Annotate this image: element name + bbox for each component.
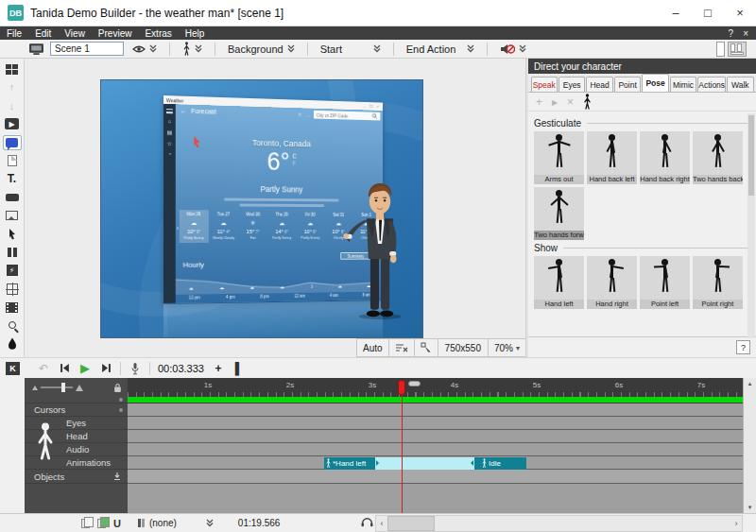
pan-mode-button[interactable] [415,339,438,356]
idle-clip[interactable]: Idle [474,457,526,470]
maximize-button[interactable]: □ [692,0,724,26]
skip-end-button[interactable] [99,363,112,373]
zoom-select[interactable]: 70%▾ [489,339,525,356]
character-tab[interactable]: Head [586,77,612,92]
end-action-button[interactable]: End Action [404,43,477,56]
track-dot[interactable] [119,408,123,412]
track-label-objects[interactable]: Objects [25,470,128,484]
transition-tool[interactable] [3,245,22,260]
timeline-hscrollbar[interactable]: ‹ › [375,515,743,532]
play-tool[interactable]: ▶ [3,116,22,131]
add-marker-button[interactable]: + [212,362,225,375]
zoom-slider-thumb[interactable] [61,383,65,392]
menu-help-icon[interactable]: ? [729,28,734,39]
pose-thumbnail[interactable]: Hand left [534,256,584,309]
clear-annotations-button[interactable] [389,339,414,356]
headphones-icon[interactable] [361,517,373,527]
cursors-track[interactable] [128,403,743,417]
playhead-marker[interactable] [398,380,405,395]
character-tab[interactable]: Pose [642,74,668,92]
menu-item[interactable]: Extras [138,26,178,40]
add-pose-button[interactable]: + [536,95,542,109]
selection-dropdown[interactable]: (none) [138,518,214,528]
copy-icon[interactable] [81,519,90,528]
ink-tool[interactable] [3,336,22,352]
balloon-tool[interactable] [3,135,22,150]
play-pose-button[interactable]: ▸ [552,95,558,109]
menu-item[interactable]: Preview [92,26,139,40]
scroll-up-icon[interactable]: ▴ [748,380,752,387]
move-up-tool[interactable]: ↑ [3,79,22,94]
auto-mode[interactable]: Auto [357,339,388,356]
menu-close-icon[interactable]: × [743,28,748,39]
text-tool[interactable]: T. [3,171,22,186]
scenes-tool[interactable] [3,61,22,77]
pose-thumbnail[interactable]: Point right [693,256,743,309]
menu-item[interactable]: Edit [28,26,58,40]
effects-tool[interactable]: ⚡ [3,263,22,278]
note-tool[interactable] [3,153,22,168]
menu-item[interactable]: File [0,26,28,40]
shape-tool[interactable] [3,190,22,205]
minimize-button[interactable]: – [660,0,692,26]
audio-track[interactable] [128,443,743,456]
pose-thumbnail[interactable]: Arms out [534,131,584,184]
panel-scrollbar[interactable] [747,113,755,338]
pose-thumbnail[interactable]: Hand back left [587,131,637,184]
timeline-ruler[interactable]: 1s2s3s4s5s6s7s [128,378,743,397]
zoom-out-icon[interactable] [32,386,38,390]
eyes-track[interactable] [128,417,743,430]
delete-pose-button[interactable]: × [567,95,574,109]
playhead-grip[interactable] [408,381,421,386]
interaction-tool[interactable] [3,282,22,297]
scroll-right-icon[interactable]: › [730,519,742,528]
panel-layout-button-1[interactable] [716,42,725,57]
snap-magnet-icon[interactable]: U [113,518,121,529]
character-tab[interactable]: Point [614,77,641,92]
visibility-button[interactable] [129,43,160,54]
pose-thumbnail[interactable]: Hand back right [640,131,690,184]
hand-left-clip[interactable]: *Hand left [324,457,375,470]
character-tab[interactable]: Actions [697,77,726,92]
pose-thumbnail[interactable]: Two hands back [693,131,743,184]
pose-thumbnail[interactable]: Two hands forw [534,187,584,240]
undo-button[interactable]: ↶ [37,362,50,375]
record-audio-button[interactable] [129,362,142,375]
character-tab[interactable]: Mimic [670,77,696,92]
track-label-cursors[interactable]: Cursors [25,403,128,417]
panel-layout-button-2[interactable] [728,42,747,57]
slide[interactable]: Weather – ❐ × ⌂ ▤ ☆ ◔ ← [100,79,423,338]
cursor-tool[interactable] [3,227,22,242]
video-tool[interactable] [3,300,22,315]
start-button[interactable]: Start [318,43,384,56]
scene-input[interactable]: Scene 1 [50,42,124,56]
monitor-icon[interactable] [28,43,44,56]
weatherman-character[interactable] [343,180,411,320]
pose-thumbnail[interactable]: Point left [640,256,690,309]
scrollbar-thumb[interactable] [748,115,754,196]
background-button[interactable]: Background [225,43,298,56]
menu-item[interactable]: Help [179,26,212,40]
animations-track[interactable]: *Hand left Idle [128,456,743,470]
character-tab[interactable]: Speak [531,77,558,92]
menu-item[interactable]: View [58,26,92,40]
close-button[interactable]: × [724,0,756,26]
pose-thumbnail[interactable]: Hand right [587,256,637,309]
hscroll-thumb[interactable] [387,516,435,531]
play-button[interactable]: ▶ [78,361,92,375]
k-tool[interactable]: K [6,362,20,375]
mute-button[interactable] [497,43,529,56]
lock-icon[interactable] [113,383,122,393]
head-track[interactable] [128,430,743,443]
zoom-in-icon[interactable] [76,385,83,391]
character-button[interactable] [180,41,205,57]
objects-track[interactable] [128,470,743,484]
character-select-icon[interactable] [583,94,592,110]
screen-track[interactable] [128,397,743,403]
character-tab[interactable]: Eyes [558,77,585,92]
paste-icon[interactable] [97,519,106,528]
image-tool[interactable] [3,208,22,223]
zoom-tool[interactable] [3,317,22,333]
timeline-zoom-slider[interactable] [41,386,73,388]
track-dot[interactable] [119,398,123,402]
